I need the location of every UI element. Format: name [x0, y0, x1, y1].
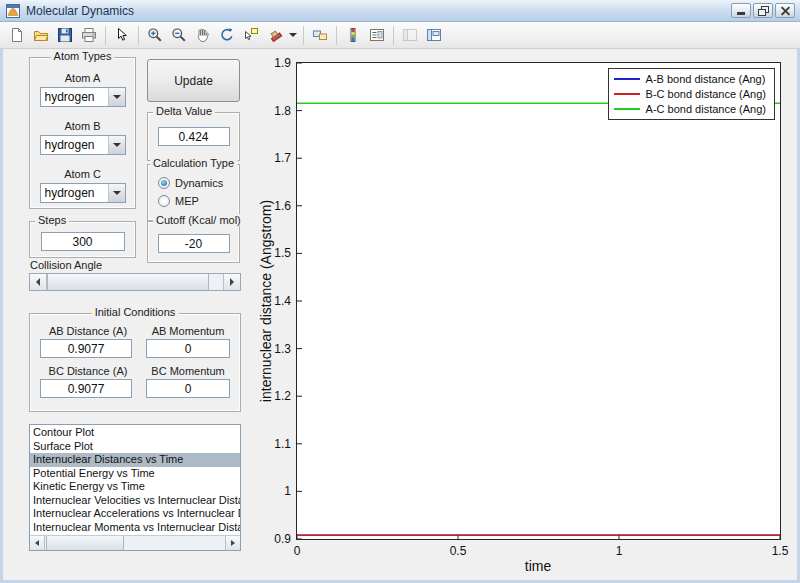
plot-type-list-items: Contour PlotSurface PlotInternuclear Dis… [30, 426, 240, 535]
zoom-out-icon [171, 27, 187, 43]
edit-plot-button[interactable] [110, 24, 134, 47]
x-tick-label: 1.5 [760, 544, 800, 558]
zoom-in-button[interactable] [143, 24, 167, 47]
list-item[interactable]: Internuclear Accelerations vs Internucle… [30, 507, 240, 521]
open-file-button[interactable] [29, 24, 53, 47]
data-cursor-icon [243, 27, 259, 43]
close-button[interactable] [775, 3, 795, 18]
delta-value-title: Delta Value [153, 105, 215, 117]
link-plot-button[interactable] [308, 24, 332, 47]
window-icon [5, 3, 21, 19]
scroll-left-button[interactable] [30, 536, 45, 550]
brush-button[interactable] [263, 24, 287, 47]
list-item[interactable]: Internuclear Distances vs Time [30, 453, 240, 467]
cutoff-panel: Cutoff (Kcal/ mol) [147, 221, 240, 263]
legend-icon [369, 27, 385, 43]
list-item[interactable]: Kinetic Energy vs Time [30, 480, 240, 494]
colorbar-icon [345, 27, 361, 43]
y-tick-label: 1.4 [249, 294, 291, 308]
atom-a-value: hydrogen [41, 90, 108, 104]
slider-left-button[interactable] [30, 274, 47, 290]
insert-legend-button[interactable] [365, 24, 389, 47]
ab-momentum-field[interactable] [146, 339, 230, 358]
rotate-3d-button[interactable] [215, 24, 239, 47]
print-figure-button[interactable] [77, 24, 101, 47]
radio-dynamics-label: Dynamics [175, 177, 223, 189]
arrow-right-icon [230, 278, 234, 286]
y-tick-label: 1.8 [249, 104, 291, 118]
toolbar-separator [138, 26, 139, 45]
radio-dynamics[interactable]: Dynamics [158, 177, 239, 189]
bc-momentum-label: BC Momentum [142, 365, 234, 377]
initial-conditions-panel: Initial Conditions AB Distance (A) AB Mo… [29, 313, 241, 412]
ab-distance-field[interactable] [40, 339, 132, 358]
toolbar-separator [336, 26, 337, 45]
bc-momentum-field[interactable] [146, 379, 230, 398]
pan-button[interactable] [191, 24, 215, 47]
brush-icon [267, 27, 283, 43]
horizontal-scrollbar[interactable] [30, 535, 240, 550]
ab-momentum-label: AB Momentum [142, 325, 234, 337]
restore-icon [758, 6, 768, 15]
bc-distance-label: BC Distance (A) [38, 365, 138, 377]
toolbar-separator [393, 26, 394, 45]
update-button[interactable]: Update [147, 59, 240, 102]
delta-value-field[interactable] [158, 127, 230, 146]
steps-field[interactable] [41, 232, 125, 251]
combo-arrow-button[interactable] [108, 136, 125, 154]
collision-angle-slider[interactable] [29, 273, 241, 291]
steps-title: Steps [35, 214, 69, 226]
zoom-out-button[interactable] [167, 24, 191, 47]
print-icon [81, 27, 97, 43]
atom-types-panel: Atom Types Atom A hydrogen Atom B hydrog… [29, 57, 136, 209]
zoom-in-icon [147, 27, 163, 43]
y-tick-label: 1.5 [249, 246, 291, 260]
legend-line-sample [614, 93, 640, 95]
data-cursor-button[interactable] [239, 24, 263, 47]
scroll-right-button[interactable] [225, 536, 240, 550]
combo-arrow-button[interactable] [108, 184, 125, 202]
link-plot-icon [312, 27, 328, 43]
calculation-type-panel: Calculation Type Dynamics MEP [147, 164, 240, 221]
minimize-button[interactable] [731, 3, 751, 18]
plot-legend[interactable]: A-B bond distance (Ang)B-C bond distance… [608, 68, 775, 120]
radio-mep[interactable]: MEP [158, 195, 239, 207]
list-item[interactable]: Internuclear Momenta vs Internuclear Dis… [30, 521, 240, 535]
bc-distance-field[interactable] [40, 379, 132, 398]
chevron-down-icon [113, 191, 121, 195]
arrow-left-icon [36, 278, 40, 286]
atom-b-value: hydrogen [41, 138, 108, 152]
atom-c-select[interactable]: hydrogen [40, 183, 126, 203]
arrow-left-icon [35, 540, 39, 546]
save-figure-button[interactable] [53, 24, 77, 47]
plot-type-listbox[interactable]: Contour PlotSurface PlotInternuclear Dis… [29, 424, 241, 551]
slider-thumb[interactable] [47, 274, 209, 290]
titlebar[interactable]: Molecular Dynamics [0, 0, 800, 22]
new-figure-button[interactable] [5, 24, 29, 47]
atom-a-select[interactable]: hydrogen [40, 87, 126, 107]
plot-axes[interactable]: A-B bond distance (Ang)B-C bond distance… [296, 62, 781, 540]
x-tick-label: 0.5 [438, 544, 478, 558]
ab-distance-label: AB Distance (A) [38, 325, 138, 337]
atom-b-select[interactable]: hydrogen [40, 135, 126, 155]
radio-icon [158, 177, 170, 189]
minimize-icon [737, 12, 745, 15]
plot-canvas [297, 63, 780, 539]
show-plot-tools-button[interactable] [422, 24, 446, 47]
y-tick-label: 1.6 [249, 199, 291, 213]
list-item[interactable]: Contour Plot [30, 426, 240, 440]
slider-right-button[interactable] [223, 274, 240, 290]
list-item[interactable]: Internuclear Velocities vs Internuclear … [30, 494, 240, 508]
close-icon [781, 6, 790, 15]
list-item[interactable]: Potential Energy vs Time [30, 467, 240, 481]
list-item[interactable]: Surface Plot [30, 440, 240, 454]
brush-dropdown-button[interactable] [287, 24, 299, 47]
y-tick-label: 1.9 [249, 56, 291, 70]
restore-button[interactable] [753, 3, 773, 18]
insert-colorbar-button[interactable] [341, 24, 365, 47]
combo-arrow-button[interactable] [108, 88, 125, 106]
atom-types-title: Atom Types [51, 50, 115, 62]
cutoff-field[interactable] [158, 234, 230, 253]
initial-conditions-title: Initial Conditions [92, 306, 179, 318]
scrollbar-thumb[interactable] [46, 536, 124, 550]
